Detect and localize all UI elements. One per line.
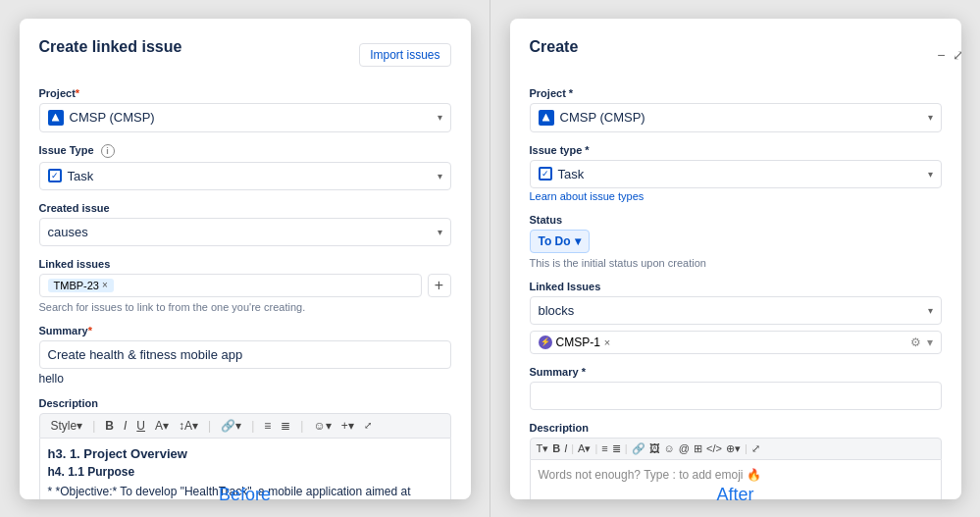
before-dialog: Create linked issue Import issues Projec… bbox=[20, 19, 471, 499]
description-h3: h3. 1. Project Overview bbox=[48, 446, 442, 461]
before-linked-hint: Search for issues to link to from the on… bbox=[39, 301, 451, 313]
after-status-field: Status To Do ▾ This is the initial statu… bbox=[530, 214, 942, 269]
before-summary-field: Summary* hello bbox=[39, 325, 451, 386]
after-summary-label: Summary * bbox=[530, 366, 942, 378]
after-project-label: Project * bbox=[530, 87, 942, 99]
after-dialog: Create − ⤢ × Project * CMSP (CMSP) ▾ Iss… bbox=[510, 19, 961, 499]
before-description-toolbar: Style▾ | B I U A▾ ↕A▾ | 🔗▾ | ≡ ≣ | ☺▾ +▾… bbox=[39, 413, 451, 439]
text-style-button[interactable]: T▾ bbox=[537, 442, 549, 455]
image-button[interactable]: 🖼 bbox=[649, 442, 660, 454]
before-created-issue-select[interactable]: causes ▾ bbox=[39, 218, 451, 246]
chevron-down-icon[interactable]: ▾ bbox=[927, 336, 933, 349]
project-icon bbox=[539, 110, 554, 126]
description-h4: h4. 1.1 Purpose bbox=[48, 465, 442, 479]
before-project-field: Project* CMSP (CMSP) ▾ bbox=[39, 87, 451, 132]
color-button[interactable]: A▾ bbox=[152, 418, 172, 434]
before-issue-type-select[interactable]: Task ▾ bbox=[39, 162, 451, 190]
chevron-down-icon: ▾ bbox=[928, 112, 933, 123]
before-project-label: Project* bbox=[39, 87, 451, 99]
ordered-list-button[interactable]: ≣ bbox=[278, 418, 293, 434]
before-linked-tag-input[interactable]: TMBP-23 × bbox=[39, 274, 422, 297]
before-panel: Create linked issue Import issues Projec… bbox=[0, 0, 490, 517]
after-linked-tag: CMSP-1 × bbox=[539, 336, 904, 349]
before-linked-issues-label: Linked issues bbox=[39, 258, 451, 270]
ordered-list-button[interactable]: ≣ bbox=[612, 442, 621, 455]
project-icon bbox=[48, 110, 64, 126]
after-summary-input[interactable] bbox=[530, 382, 942, 410]
after-dialog-title: Create bbox=[530, 38, 579, 56]
settings-icon[interactable]: ⚙ bbox=[910, 336, 921, 349]
after-linked-issues-field: Linked Issues blocks ▾ CMSP-1 × ⚙ ▾ bbox=[530, 281, 942, 354]
chevron-down-icon: ▾ bbox=[928, 169, 933, 180]
after-issue-type-select[interactable]: Task ▾ bbox=[530, 160, 942, 188]
insert-button[interactable]: +▾ bbox=[338, 418, 357, 434]
list-button[interactable]: ≡ bbox=[261, 418, 274, 434]
after-linked-tag-row[interactable]: CMSP-1 × ⚙ ▾ bbox=[530, 331, 942, 354]
window-controls: − ⤢ × bbox=[937, 47, 960, 63]
before-linked-issues-field: Linked issues TMBP-23 × + Search for iss… bbox=[39, 258, 451, 313]
tag-controls: ⚙ ▾ bbox=[910, 336, 933, 349]
italic-button[interactable]: I bbox=[121, 418, 129, 434]
remove-tag-icon[interactable]: × bbox=[604, 336, 610, 348]
after-linked-issues-select[interactable]: blocks ▾ bbox=[530, 296, 942, 325]
before-project-select[interactable]: CMSP (CMSP) ▾ bbox=[39, 103, 451, 132]
emoji-button[interactable]: ☺ bbox=[664, 442, 675, 454]
before-created-issue-label: Created issue bbox=[39, 202, 451, 214]
info-icon[interactable]: i bbox=[101, 144, 115, 158]
before-header: Create linked issue Import issues bbox=[39, 38, 451, 72]
before-description-field: Description Style▾ | B I U A▾ ↕A▾ | 🔗▾ |… bbox=[39, 397, 451, 499]
underline-button[interactable]: U bbox=[133, 418, 148, 434]
chevron-down-icon: ▾ bbox=[438, 171, 442, 181]
before-summary-label: Summary* bbox=[39, 325, 451, 336]
mention-button[interactable]: @ bbox=[679, 442, 690, 454]
before-issue-type-field: Issue Type i Task ▾ bbox=[39, 144, 451, 190]
after-panel: Create − ⤢ × Project * CMSP (CMSP) ▾ Iss… bbox=[490, 0, 980, 517]
size-button[interactable]: ↕A▾ bbox=[176, 418, 201, 434]
list-button[interactable]: ≡ bbox=[601, 442, 607, 454]
expand-icon[interactable]: ⤢ bbox=[751, 442, 760, 455]
style-button[interactable]: Style▾ bbox=[48, 418, 86, 434]
after-summary-field: Summary * bbox=[530, 366, 942, 410]
after-issue-type-label: Issue type * bbox=[530, 144, 942, 156]
linked-tag-icon bbox=[539, 336, 552, 349]
after-project-field: Project * CMSP (CMSP) ▾ bbox=[530, 87, 942, 132]
after-status-label: Status bbox=[530, 214, 942, 226]
bold-button[interactable]: B bbox=[102, 418, 117, 434]
before-label: Before bbox=[219, 485, 271, 505]
task-icon bbox=[539, 167, 552, 181]
import-issues-button[interactable]: Import issues bbox=[359, 43, 450, 67]
remove-tag-button[interactable]: × bbox=[102, 280, 108, 290]
add-linked-issue-button[interactable]: + bbox=[428, 274, 451, 297]
linked-issue-tag: TMBP-23 × bbox=[48, 279, 114, 292]
before-summary-sub: hello bbox=[39, 372, 451, 386]
italic-button[interactable]: I bbox=[564, 442, 567, 454]
table-button[interactable]: ⊞ bbox=[694, 442, 702, 455]
chevron-down-icon: ▾ bbox=[928, 305, 933, 316]
resize-button[interactable]: ⤢ bbox=[953, 47, 960, 63]
after-project-select[interactable]: CMSP (CMSP) ▾ bbox=[530, 103, 942, 132]
after-description-toolbar: T▾ B I | A▾ | ≡ ≣ | 🔗 🖼 ☺ @ ⊞ </> ⊕▾ | ⤢ bbox=[530, 438, 942, 460]
learn-link[interactable]: Learn about issue types bbox=[530, 190, 942, 202]
status-badge[interactable]: To Do ▾ bbox=[530, 230, 590, 253]
before-issue-type-label: Issue Type i bbox=[39, 144, 451, 158]
before-created-issue-field: Created issue causes ▾ bbox=[39, 202, 451, 246]
after-description-label: Description bbox=[530, 422, 942, 434]
status-hint: This is the initial status upon creation bbox=[530, 257, 942, 269]
link-button[interactable]: 🔗▾ bbox=[218, 418, 244, 434]
color-button[interactable]: A▾ bbox=[578, 442, 591, 455]
task-icon bbox=[48, 169, 62, 182]
bold-button[interactable]: B bbox=[552, 442, 560, 454]
code-button[interactable]: </> bbox=[706, 442, 722, 454]
expand-icon[interactable]: ⤢ bbox=[361, 419, 375, 432]
after-linked-issues-label: Linked Issues bbox=[530, 281, 942, 292]
before-summary-input[interactable] bbox=[39, 340, 451, 369]
add-button[interactable]: ⊕▾ bbox=[726, 442, 741, 455]
chevron-down-icon: ▾ bbox=[438, 227, 442, 237]
link-button[interactable]: 🔗 bbox=[632, 442, 645, 455]
before-description-label: Description bbox=[39, 397, 451, 409]
chevron-down-icon: ▾ bbox=[438, 112, 442, 123]
before-linked-issues-row: TMBP-23 × + bbox=[39, 274, 451, 297]
minimize-button[interactable]: − bbox=[937, 47, 945, 63]
chevron-down-icon: ▾ bbox=[575, 234, 581, 248]
emoji-button[interactable]: ☺▾ bbox=[310, 418, 334, 434]
